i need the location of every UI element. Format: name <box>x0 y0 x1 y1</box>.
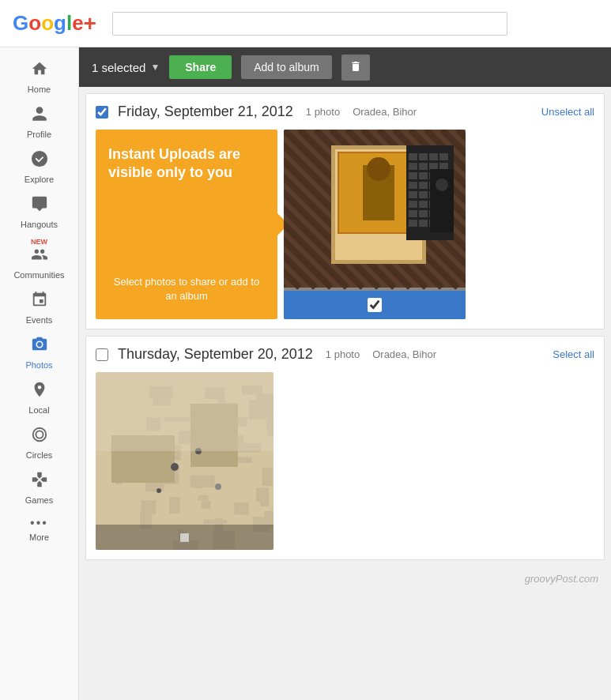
sidebar-item-hangouts[interactable]: Hangouts <box>0 189 78 234</box>
sidebar-label-home: Home <box>28 85 51 94</box>
sidebar-label-events: Events <box>26 315 53 325</box>
photo-thumb-2[interactable] <box>96 372 273 550</box>
main-content: 1 selected ▼ Share Add to album Friday, … <box>79 47 611 700</box>
hangouts-icon <box>31 195 48 217</box>
section-checkbox-sep21[interactable] <box>96 106 108 119</box>
sidebar-item-explore[interactable]: Explore <box>0 144 78 189</box>
sidebar-item-events[interactable]: Events <box>0 284 78 329</box>
local-icon <box>31 381 48 403</box>
sidebar-label-local: Local <box>28 405 49 415</box>
new-badge: NEW <box>31 239 47 246</box>
communities-icon <box>31 246 48 268</box>
sidebar: Home Profile Explore Hangouts NEW Comm <box>0 47 79 700</box>
photo-checkbox-2[interactable] <box>179 533 190 543</box>
section-location-sep21: Oradea, Bihor <box>353 106 417 118</box>
sidebar-item-games[interactable]: Games <box>0 465 78 510</box>
svg-point-1 <box>32 428 46 442</box>
section-action-sep20[interactable]: Select all <box>553 348 594 360</box>
photo-section-sep20: Thursday, September 20, 2012 1 photo Ora… <box>85 336 605 560</box>
section-date-sep20: Thursday, September 20, 2012 <box>118 346 313 363</box>
info-panel: Instant Uploads are visible only to you … <box>96 130 277 319</box>
section-photo-count-sep21: 1 photo <box>306 106 340 118</box>
add-to-album-button[interactable]: Add to album <box>241 55 332 79</box>
section-header-sep20: Thursday, September 20, 2012 1 photo Ora… <box>96 346 594 363</box>
sidebar-item-communities[interactable]: NEW Communities <box>0 234 78 284</box>
games-icon <box>31 471 48 493</box>
sidebar-item-photos[interactable]: Photos <box>0 329 78 374</box>
explore-icon <box>31 150 48 172</box>
sidebar-label-photos: Photos <box>25 360 52 370</box>
circles-icon <box>31 426 48 448</box>
top-bar: Google+ <box>0 0 611 47</box>
photo-section-sep21: Friday, September 21, 2012 1 photo Orade… <box>85 93 605 329</box>
watermark: groovyPost.com <box>79 566 611 591</box>
sidebar-item-more[interactable]: ••• More <box>0 510 78 547</box>
sidebar-label-hangouts: Hangouts <box>21 220 58 229</box>
share-button[interactable]: Share <box>169 55 232 79</box>
sidebar-item-circles[interactable]: Circles <box>0 420 78 465</box>
action-bar: 1 selected ▼ Share Add to album <box>79 47 611 87</box>
sidebar-label-communities: Communities <box>13 270 64 280</box>
photo-grid-sep20 <box>96 372 594 550</box>
more-dots-icon: ••• <box>30 516 48 530</box>
selected-count[interactable]: 1 selected ▼ <box>92 61 160 74</box>
photo-thumb-1[interactable] <box>284 130 466 319</box>
search-input[interactable] <box>112 12 507 36</box>
section-date-sep21: Friday, September 21, 2012 <box>118 103 293 120</box>
delete-icon <box>349 62 362 75</box>
photo-grid-sep21: Instant Uploads are visible only to you … <box>96 130 594 319</box>
section-action-sep21[interactable]: Unselect all <box>541 106 594 118</box>
section-location-sep20: Oradea, Bihor <box>372 348 436 360</box>
photo-select-bar-2 <box>96 525 273 550</box>
delete-button[interactable] <box>341 55 370 81</box>
photo-checkbox-1[interactable] <box>368 298 382 312</box>
home-icon <box>31 60 48 82</box>
sidebar-label-games: Games <box>25 495 53 505</box>
section-photo-count-sep20: 1 photo <box>326 348 360 360</box>
info-panel-title: Instant Uploads are visible only to you <box>108 145 265 183</box>
svg-point-2 <box>36 431 43 438</box>
section-header-sep21: Friday, September 21, 2012 1 photo Orade… <box>96 103 594 120</box>
selected-count-text: 1 selected <box>92 61 145 74</box>
sidebar-item-local[interactable]: Local <box>0 374 78 420</box>
info-panel-body: Select photos to share or add to an albu… <box>108 275 265 303</box>
sidebar-label-explore: Explore <box>25 175 54 184</box>
photo-select-bar-1 <box>284 291 466 319</box>
main-layout: Home Profile Explore Hangouts NEW Comm <box>0 47 611 700</box>
photo-canvas-2 <box>96 372 273 550</box>
section-checkbox-sep20[interactable] <box>96 348 108 361</box>
sidebar-item-home[interactable]: Home <box>0 54 78 99</box>
google-plus-logo: Google+ <box>13 11 96 36</box>
sidebar-label-profile: Profile <box>27 130 51 139</box>
sidebar-label-circles: Circles <box>26 450 53 460</box>
sidebar-label-more: More <box>29 533 49 542</box>
sidebar-item-profile[interactable]: Profile <box>0 99 78 144</box>
dropdown-arrow-icon: ▼ <box>150 62 160 73</box>
events-icon <box>31 291 48 313</box>
photos-icon <box>31 336 48 358</box>
profile-icon <box>31 105 48 127</box>
